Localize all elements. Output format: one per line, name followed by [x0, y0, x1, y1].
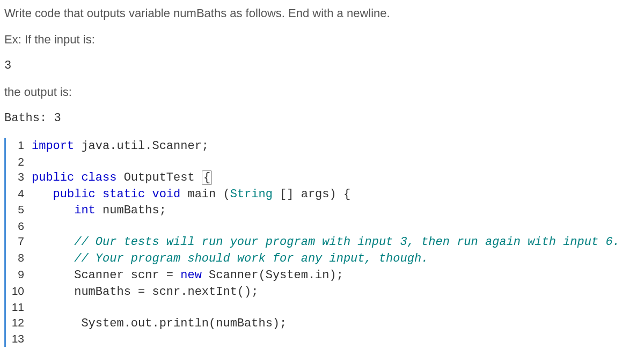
code-line[interactable]: 5 int numBaths; — [6, 202, 640, 219]
code-token — [32, 252, 74, 265]
code-content[interactable]: // Our tests will run your program with … — [32, 234, 620, 250]
instruction-line-2: Ex: If the input is: — [4, 31, 640, 48]
code-content[interactable]: System.out.println(numBaths); — [32, 316, 287, 332]
code-content[interactable]: Scanner scnr = new Scanner(System.in); — [32, 267, 343, 284]
code-token: int — [74, 204, 96, 217]
code-token: Scanner scnr = — [32, 269, 180, 282]
problem-instructions: Write code that outputs variable numBath… — [4, 4, 640, 127]
code-line[interactable]: 8 // Your program should work for any in… — [6, 250, 640, 267]
code-token: OutputTest — [116, 171, 201, 184]
code-token: Scanner(System.in); — [202, 269, 343, 282]
code-content[interactable]: numBaths = scnr.nextInt(); — [32, 284, 258, 300]
code-content[interactable]: int numBaths; — [32, 203, 166, 219]
code-line[interactable]: 7 // Our tests will run your program wit… — [6, 234, 640, 250]
code-token: numBaths = scnr.nextInt(); — [32, 285, 258, 299]
code-token — [145, 188, 152, 201]
code-token: public — [53, 188, 96, 201]
code-line[interactable]: 4 public static void main (String [] arg… — [6, 186, 640, 203]
code-token: import — [32, 139, 74, 153]
instruction-line-1: Write code that outputs variable numBath… — [4, 4, 640, 22]
line-number: 13 — [6, 331, 32, 346]
code-token — [32, 235, 74, 249]
code-token: // Our tests will run your program with … — [74, 235, 620, 249]
code-token: main ( — [180, 188, 230, 201]
code-token: { — [202, 170, 212, 185]
code-token: public — [32, 171, 74, 184]
code-token: new — [180, 269, 202, 282]
code-content[interactable]: import java.util.Scanner; — [32, 138, 209, 154]
code-token: System.out.println(numBaths); — [32, 317, 287, 330]
line-number: 4 — [6, 186, 32, 201]
line-number: 5 — [6, 202, 32, 217]
code-line[interactable]: 6 — [6, 219, 640, 234]
code-line[interactable]: 10 numBaths = scnr.nextInt(); — [6, 284, 640, 300]
code-token: java.util.Scanner; — [74, 139, 209, 153]
code-editor[interactable]: 1import java.util.Scanner;23public class… — [4, 138, 640, 347]
code-line[interactable]: 1import java.util.Scanner; — [6, 138, 640, 154]
line-number: 8 — [6, 250, 32, 265]
code-token — [32, 204, 74, 217]
code-token: numBaths; — [96, 204, 166, 217]
code-token: String — [230, 188, 273, 201]
line-number: 11 — [6, 300, 32, 315]
code-content[interactable]: public class OutputTest { — [32, 170, 212, 186]
line-number: 3 — [6, 169, 32, 184]
code-token: class — [81, 171, 116, 184]
line-number: 9 — [6, 267, 32, 282]
instruction-line-3: the output is: — [4, 83, 640, 101]
line-number: 12 — [6, 315, 32, 330]
code-content[interactable]: public static void main (String [] args)… — [32, 187, 350, 203]
code-content[interactable]: // Your program should work for any inpu… — [32, 251, 428, 267]
line-number: 10 — [6, 284, 32, 299]
code-line[interactable]: 13 — [6, 331, 640, 346]
code-token: static — [103, 188, 145, 201]
line-number: 7 — [6, 234, 32, 249]
line-number: 6 — [6, 219, 32, 234]
code-line[interactable]: 11 — [6, 300, 640, 315]
code-token: [] args) { — [273, 188, 350, 201]
line-number: 1 — [6, 138, 32, 153]
code-line[interactable]: 3public class OutputTest { — [6, 169, 640, 186]
line-number: 2 — [6, 154, 32, 169]
code-token — [96, 188, 103, 201]
code-token: // Your program should work for any inpu… — [74, 252, 428, 265]
code-line[interactable]: 12 System.out.println(numBaths); — [6, 315, 640, 332]
code-token: void — [152, 188, 180, 201]
input-example: 3 — [4, 57, 640, 75]
output-example: Baths: 3 — [4, 109, 640, 127]
code-token — [74, 171, 81, 184]
code-token — [32, 188, 53, 201]
code-line[interactable]: 9 Scanner scnr = new Scanner(System.in); — [6, 267, 640, 284]
code-line[interactable]: 2 — [6, 154, 640, 169]
